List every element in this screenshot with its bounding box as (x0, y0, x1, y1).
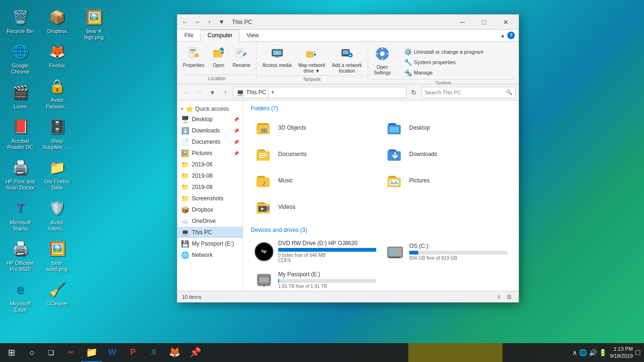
drive-item-my-passport[interactable]: My Passport (E:) 1.81 TB free of 1.81 TB (251, 268, 380, 291)
taskbar-powerpoint[interactable]: P (123, 343, 143, 362)
sidebar-item-dropbox[interactable]: 📦 Dropbox (177, 204, 243, 215)
desktop-icon-acrobat[interactable]: 📕 Acrobat Reader DC (3, 115, 38, 153)
drive-item-dvd[interactable]: hp DVD RW Drive (D:) HP OJ8620 0 bytes f… (251, 237, 380, 266)
address-dropdown[interactable]: ▾ (268, 87, 277, 98)
svg-rect-43 (390, 250, 394, 254)
folder-item-videos[interactable]: Videos (251, 195, 380, 219)
address-bar[interactable]: 💻 This PC ▾ (233, 87, 406, 98)
ribbon-group-location: i Properties (177, 43, 256, 82)
map-drive-button[interactable]: Map networkdrive ▼ (296, 45, 328, 75)
sidebar-item-downloads[interactable]: ⬇️ Downloads 📌 (177, 125, 243, 136)
item-count: 10 items (182, 294, 202, 300)
open-settings-button[interactable]: OpenSettings (371, 45, 394, 77)
back-button-title[interactable]: ← (179, 17, 190, 27)
start-button[interactable]: ⊞ (0, 343, 23, 362)
tab-view[interactable]: View (239, 30, 266, 41)
rename-button[interactable]: Rename (230, 45, 254, 70)
open-button[interactable]: Open (208, 45, 229, 70)
folder-item-documents[interactable]: Documents (251, 142, 380, 166)
close-button[interactable]: ✕ (495, 15, 517, 30)
cortana-search-button[interactable]: ○ (23, 343, 41, 362)
desktop-icon-avast-pass[interactable]: 🔒 Avast Passwo... (40, 74, 74, 112)
search-input[interactable] (425, 90, 504, 95)
folder-item-desktop[interactable]: Desktop (382, 115, 511, 140)
sidebar-item-2019-08[interactable]: 📁 2019-08 (177, 170, 243, 181)
drive-item-os-c[interactable]: OS (C:) 834 GB free of 919 GB (382, 237, 511, 266)
action-center-icon[interactable]: □ (636, 348, 640, 357)
quick-access-icon: ⭐ (185, 105, 193, 113)
taskbar-clock[interactable]: 1:13 PM 9/18/2019 (610, 346, 633, 360)
desktop-icon-shop-supplies[interactable]: 🗄️ Shop Supplies - ... (40, 115, 74, 153)
up-button[interactable]: ↑ (220, 87, 231, 98)
search-bar[interactable]: 🔍 (421, 87, 516, 98)
sidebar-header-quick-access[interactable]: ▾ ⭐ Quick access (177, 102, 243, 114)
refresh-button[interactable]: ↻ (408, 87, 420, 98)
desktop-icon-bear-label[interactable]: 🖼️ bear label.png (40, 237, 74, 275)
taskbar-excel[interactable]: X (143, 343, 164, 362)
folder-item-3d-objects[interactable]: 3D 3D Objects (251, 115, 380, 140)
forward-button[interactable]: → (193, 87, 205, 98)
desktop-icon-hp-officejet[interactable]: 🖨️ HP Officejet Pro 8620 (3, 237, 38, 275)
desktop-icon-teams[interactable]: T Microsoft Teams (3, 196, 38, 235)
desktop-icon-bear4[interactable]: 🖼️ bear 4 legs.png (76, 5, 111, 43)
up-button-title[interactable]: ↑ (204, 17, 215, 27)
access-media-button[interactable]: Access media (259, 45, 294, 70)
minimize-button[interactable]: ─ (452, 15, 473, 30)
desktop-icon-old-firefox[interactable]: 📁 Old Firefox Data (40, 155, 74, 194)
desktop-icon-chrome[interactable]: 🌐 Google Chrome (3, 39, 38, 78)
uninstall-button[interactable]: ⚙️ Uninstall or change a program (402, 47, 511, 57)
details-view-button[interactable]: ≡ (494, 293, 504, 301)
tray-volume-icon[interactable]: 🔊 (589, 349, 597, 356)
desktop-icon-loom[interactable]: 🎬 Loom (3, 80, 38, 113)
desktop-icon-hp-print[interactable]: 🖨️ HP Print and Scan Doctor (3, 155, 38, 194)
sidebar-item-onedrive[interactable]: ☁️ OneDrive (177, 215, 243, 227)
svg-text:+: + (349, 53, 352, 58)
svg-rect-9 (238, 52, 242, 53)
desktop-icon-ccleaner[interactable]: 🧹 CCleaner (40, 277, 74, 310)
customize-qs-button[interactable]: ▼ (216, 17, 227, 27)
svg-rect-31 (259, 155, 267, 156)
tray-battery-icon[interactable]: 🔋 (599, 349, 607, 356)
sidebar-item-2019-09[interactable]: 📁 2019-09 (177, 181, 243, 193)
tab-computer[interactable]: Computer (200, 30, 239, 41)
tray-up-arrow-icon[interactable]: ∧ (572, 349, 577, 356)
sidebar-item-my-passport[interactable]: 💾 My Passport (E:) (177, 238, 243, 249)
sidebar-item-documents[interactable]: 📄 Documents 📌 (177, 136, 243, 148)
taskbar-word[interactable]: W (102, 343, 123, 362)
tray-network-icon[interactable]: 🌐 (579, 349, 587, 356)
back-button[interactable]: ← (180, 87, 191, 98)
folder-item-pictures[interactable]: Pictures (382, 168, 511, 193)
help-icon[interactable]: ? (507, 32, 515, 39)
window-controls: ─ □ ✕ (452, 15, 517, 30)
folder-item-downloads[interactable]: Downloads (382, 142, 511, 166)
desktop-icon-firefox[interactable]: 🦊 Firefox (40, 39, 74, 72)
desktop-icon-edge[interactable]: e Microsoft Edge (3, 277, 38, 316)
sidebar-item-pictures[interactable]: 🖼️ Pictures 📌 (177, 148, 243, 159)
sidebar-item-network[interactable]: 🌐 Network (177, 249, 243, 261)
sidebar-item-desktop[interactable]: 🖥️ Desktop 📌 (177, 114, 243, 125)
sidebar-item-2019-06[interactable]: 📁 2019-06 (177, 159, 243, 170)
properties-button[interactable]: i Properties (180, 45, 207, 70)
sidebar-item-screenshots[interactable]: 📁 Screenshots (177, 193, 243, 204)
desktop-icon-recycle-bin[interactable]: 🗑️ Recycle Bin (3, 5, 38, 37)
taskbar-firefox[interactable]: 🦊 (164, 343, 185, 362)
sidebar-item-this-pc[interactable]: 💻 This PC (177, 227, 243, 238)
taskbar-file-explorer[interactable]: 📁 (81, 343, 102, 362)
add-location-button[interactable]: + Add a networklocation (329, 45, 365, 75)
desktop-icon-avast-intern[interactable]: 🛡️ Avast Intern... (40, 196, 74, 235)
manage-button[interactable]: 🔩 Manage (402, 68, 511, 77)
task-view-button[interactable]: ❑ (41, 343, 60, 362)
taskbar-sticky-notes[interactable]: 📌 (185, 343, 206, 362)
folder-item-music[interactable]: ♪ Music (251, 168, 380, 193)
tab-file[interactable]: File (177, 30, 200, 41)
forward-button-title[interactable]: → (191, 17, 203, 27)
ribbon: File Computer View ▲ ? (177, 30, 519, 84)
maximize-button[interactable]: □ (473, 15, 495, 30)
ribbon-expand-icon[interactable]: ▲ (500, 33, 505, 38)
system-properties-button[interactable]: 🔧 System properties (402, 58, 511, 67)
taskbar-snipping-tool[interactable]: ✂ (60, 343, 81, 362)
ribbon-system-section: ⚙️ Uninstall or change a program 🔧 Syste… (397, 45, 516, 79)
recent-locations-button[interactable]: ▾ (206, 87, 218, 98)
desktop-icon-dropbox[interactable]: 📦 Dropbox (40, 5, 74, 37)
tiles-view-button[interactable]: ⊞ (504, 293, 514, 301)
